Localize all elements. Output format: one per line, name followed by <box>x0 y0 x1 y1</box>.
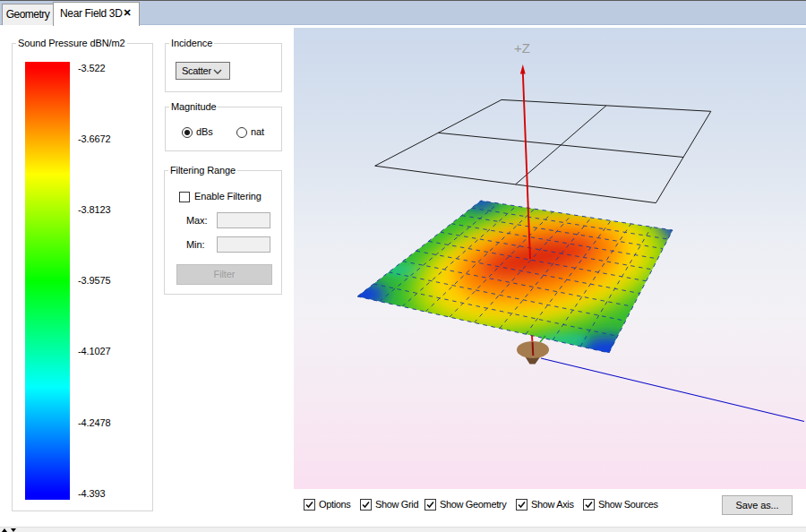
svg-text:+Z: +Z <box>514 40 530 56</box>
